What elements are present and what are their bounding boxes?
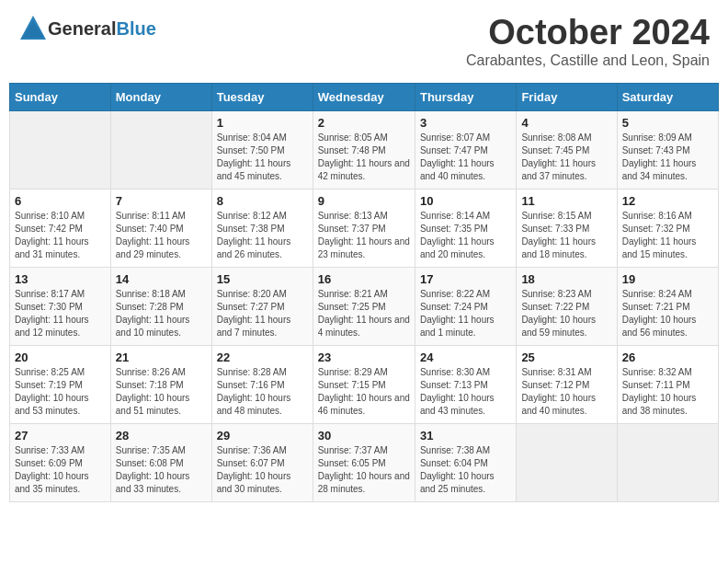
week-row-2: 13Sunrise: 8:17 AM Sunset: 7:30 PM Dayli… — [10, 267, 719, 345]
day-number: 28 — [116, 429, 207, 442]
day-info: Sunrise: 8:22 AM Sunset: 7:24 PM Dayligh… — [420, 288, 511, 339]
calendar-cell: 1Sunrise: 8:04 AM Sunset: 7:50 PM Daylig… — [211, 110, 313, 189]
page-header: GeneralBlue October 2024 Carabantes, Cas… — [9, 9, 719, 74]
day-number: 8 — [217, 194, 308, 208]
logo-general-text: General — [48, 18, 116, 40]
calendar-cell: 31Sunrise: 7:38 AM Sunset: 6:04 PM Dayli… — [415, 423, 516, 501]
day-number: 13 — [15, 272, 106, 286]
day-number: 20 — [15, 350, 106, 364]
calendar-cell — [517, 423, 617, 501]
calendar-cell — [10, 110, 111, 189]
day-info: Sunrise: 8:24 AM Sunset: 7:21 PM Dayligh… — [622, 288, 713, 339]
day-number: 17 — [420, 272, 511, 286]
day-number: 15 — [217, 272, 308, 286]
calendar-cell: 20Sunrise: 8:25 AM Sunset: 7:19 PM Dayli… — [10, 345, 111, 423]
calendar-cell: 27Sunrise: 7:33 AM Sunset: 6:09 PM Dayli… — [10, 423, 111, 501]
day-header-friday: Friday — [517, 83, 617, 110]
calendar-cell: 23Sunrise: 8:29 AM Sunset: 7:15 PM Dayli… — [313, 345, 415, 423]
day-header-tuesday: Tuesday — [211, 83, 313, 110]
calendar-cell: 13Sunrise: 8:17 AM Sunset: 7:30 PM Dayli… — [10, 267, 111, 345]
day-number: 21 — [116, 350, 207, 364]
calendar-cell: 14Sunrise: 8:18 AM Sunset: 7:28 PM Dayli… — [110, 267, 211, 345]
day-number: 9 — [318, 194, 410, 208]
day-number: 11 — [521, 194, 611, 208]
day-header-saturday: Saturday — [617, 83, 718, 110]
day-info: Sunrise: 8:17 AM Sunset: 7:30 PM Dayligh… — [15, 288, 106, 339]
day-number: 5 — [622, 116, 713, 130]
day-number: 14 — [116, 272, 207, 286]
day-number: 6 — [15, 194, 106, 208]
day-header-thursday: Thursday — [415, 83, 516, 110]
calendar-cell: 6Sunrise: 8:10 AM Sunset: 7:42 PM Daylig… — [10, 189, 111, 267]
calendar-cell: 28Sunrise: 7:35 AM Sunset: 6:08 PM Dayli… — [110, 423, 211, 501]
calendar-cell: 17Sunrise: 8:22 AM Sunset: 7:24 PM Dayli… — [415, 267, 516, 345]
calendar-cell: 12Sunrise: 8:16 AM Sunset: 7:32 PM Dayli… — [617, 189, 718, 267]
calendar-cell: 8Sunrise: 8:12 AM Sunset: 7:38 PM Daylig… — [211, 189, 313, 267]
calendar-table: SundayMondayTuesdayWednesdayThursdayFrid… — [9, 83, 719, 502]
day-info: Sunrise: 8:15 AM Sunset: 7:33 PM Dayligh… — [521, 210, 611, 261]
day-number: 18 — [521, 272, 611, 286]
day-info: Sunrise: 8:20 AM Sunset: 7:27 PM Dayligh… — [217, 288, 308, 339]
day-number: 2 — [318, 116, 410, 130]
day-info: Sunrise: 8:32 AM Sunset: 7:11 PM Dayligh… — [622, 366, 713, 418]
calendar-cell: 22Sunrise: 8:28 AM Sunset: 7:16 PM Dayli… — [211, 345, 313, 423]
day-info: Sunrise: 8:13 AM Sunset: 7:37 PM Dayligh… — [318, 210, 410, 261]
day-info: Sunrise: 8:29 AM Sunset: 7:15 PM Dayligh… — [318, 366, 410, 418]
calendar-cell: 21Sunrise: 8:26 AM Sunset: 7:18 PM Dayli… — [110, 345, 211, 423]
calendar-cell: 9Sunrise: 8:13 AM Sunset: 7:37 PM Daylig… — [313, 189, 415, 267]
svg-marker-1 — [22, 21, 44, 38]
week-row-0: 1Sunrise: 8:04 AM Sunset: 7:50 PM Daylig… — [10, 110, 719, 189]
calendar-cell: 10Sunrise: 8:14 AM Sunset: 7:35 PM Dayli… — [415, 189, 516, 267]
day-info: Sunrise: 8:21 AM Sunset: 7:25 PM Dayligh… — [318, 288, 410, 339]
day-info: Sunrise: 8:08 AM Sunset: 7:45 PM Dayligh… — [521, 132, 611, 183]
day-info: Sunrise: 7:33 AM Sunset: 6:09 PM Dayligh… — [15, 444, 106, 496]
calendar-cell: 11Sunrise: 8:15 AM Sunset: 7:33 PM Dayli… — [517, 189, 617, 267]
day-number: 30 — [318, 429, 410, 442]
calendar-cell — [617, 423, 718, 501]
day-info: Sunrise: 8:14 AM Sunset: 7:35 PM Dayligh… — [420, 210, 511, 261]
logo-blue-text: Blue — [116, 18, 155, 40]
day-number: 10 — [420, 194, 511, 208]
day-info: Sunrise: 8:16 AM Sunset: 7:32 PM Dayligh… — [622, 210, 713, 261]
day-info: Sunrise: 8:12 AM Sunset: 7:38 PM Dayligh… — [217, 210, 308, 261]
day-number: 24 — [420, 350, 511, 364]
calendar-cell: 15Sunrise: 8:20 AM Sunset: 7:27 PM Dayli… — [211, 267, 313, 345]
calendar-cell: 2Sunrise: 8:05 AM Sunset: 7:48 PM Daylig… — [313, 110, 415, 189]
day-info: Sunrise: 8:10 AM Sunset: 7:42 PM Dayligh… — [15, 210, 106, 261]
calendar-cell: 5Sunrise: 8:09 AM Sunset: 7:43 PM Daylig… — [617, 110, 718, 189]
day-info: Sunrise: 8:05 AM Sunset: 7:48 PM Dayligh… — [318, 132, 410, 183]
calendar-cell: 24Sunrise: 8:30 AM Sunset: 7:13 PM Dayli… — [415, 345, 516, 423]
day-number: 1 — [217, 116, 308, 130]
calendar-cell: 7Sunrise: 8:11 AM Sunset: 7:40 PM Daylig… — [110, 189, 211, 267]
day-number: 12 — [622, 194, 713, 208]
day-number: 23 — [318, 350, 410, 364]
calendar-cell: 25Sunrise: 8:31 AM Sunset: 7:12 PM Dayli… — [517, 345, 617, 423]
calendar-cell: 29Sunrise: 7:36 AM Sunset: 6:07 PM Dayli… — [211, 423, 313, 501]
day-info: Sunrise: 8:30 AM Sunset: 7:13 PM Dayligh… — [420, 366, 511, 418]
day-header-sunday: Sunday — [10, 83, 111, 110]
day-info: Sunrise: 7:35 AM Sunset: 6:08 PM Dayligh… — [116, 444, 207, 496]
week-row-4: 27Sunrise: 7:33 AM Sunset: 6:09 PM Dayli… — [10, 423, 719, 501]
day-info: Sunrise: 8:04 AM Sunset: 7:50 PM Dayligh… — [217, 132, 308, 183]
calendar-cell: 16Sunrise: 8:21 AM Sunset: 7:25 PM Dayli… — [313, 267, 415, 345]
day-number: 26 — [622, 350, 713, 364]
day-info: Sunrise: 8:25 AM Sunset: 7:19 PM Dayligh… — [15, 366, 106, 418]
day-number: 22 — [217, 350, 308, 364]
logo: GeneralBlue — [18, 14, 156, 43]
day-info: Sunrise: 8:23 AM Sunset: 7:22 PM Dayligh… — [521, 288, 611, 339]
day-number: 19 — [622, 272, 713, 286]
day-number: 16 — [318, 272, 410, 286]
day-number: 7 — [116, 194, 207, 208]
week-row-1: 6Sunrise: 8:10 AM Sunset: 7:42 PM Daylig… — [10, 189, 719, 267]
day-number: 4 — [521, 116, 611, 130]
calendar-cell: 4Sunrise: 8:08 AM Sunset: 7:45 PM Daylig… — [517, 110, 617, 189]
location-title: Carabantes, Castille and Leon, Spain — [466, 52, 710, 69]
logo-icon — [18, 14, 48, 43]
day-info: Sunrise: 7:37 AM Sunset: 6:05 PM Dayligh… — [318, 444, 410, 496]
calendar-cell: 18Sunrise: 8:23 AM Sunset: 7:22 PM Dayli… — [517, 267, 617, 345]
day-info: Sunrise: 8:18 AM Sunset: 7:28 PM Dayligh… — [116, 288, 207, 339]
calendar-cell — [110, 110, 211, 189]
calendar-cell: 19Sunrise: 8:24 AM Sunset: 7:21 PM Dayli… — [617, 267, 718, 345]
week-row-3: 20Sunrise: 8:25 AM Sunset: 7:19 PM Dayli… — [10, 345, 719, 423]
day-header-monday: Monday — [110, 83, 211, 110]
